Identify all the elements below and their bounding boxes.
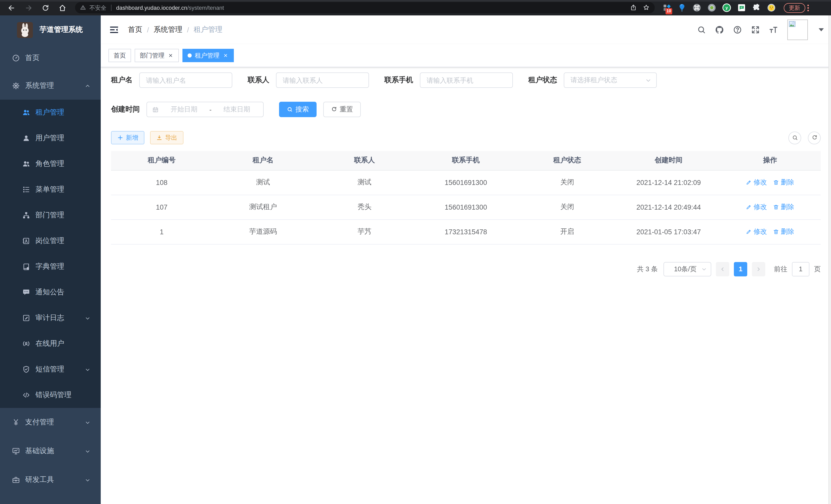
table-row: 107测试租户秃头15601691300关闭2021-12-14 20:49:4…: [111, 195, 821, 219]
cell-mobile: 15601691300: [415, 195, 517, 219]
page-scrollbar[interactable]: [828, 16, 831, 504]
sidebar-item-role[interactable]: 角色管理: [0, 151, 101, 177]
sidebar-item-label: 岗位管理: [35, 236, 64, 245]
add-button[interactable]: 新增: [111, 131, 144, 144]
github-icon[interactable]: [714, 25, 725, 35]
sidebar-item-tenant[interactable]: 租户管理: [0, 100, 101, 125]
browser-menu-icon[interactable]: [807, 4, 809, 11]
sidebar-item-sms[interactable]: 短信管理: [0, 357, 101, 382]
ext-dot-icon[interactable]: [707, 3, 717, 13]
ext-emoji-icon[interactable]: [766, 3, 776, 13]
delete-link[interactable]: 删除: [773, 178, 794, 187]
ext-balloon-icon[interactable]: [677, 3, 687, 13]
breadcrumb-item-2[interactable]: 系统管理: [154, 25, 182, 34]
goto-page-input[interactable]: [792, 262, 809, 276]
filter-create-time: 创建时间 开始日期 - 结束日期: [111, 102, 264, 117]
toolbox-icon: [11, 475, 20, 484]
ext-command-icon[interactable]: [692, 3, 702, 13]
date-separator: -: [209, 106, 212, 113]
search-icon: [287, 106, 293, 113]
cell-status: 关闭: [516, 195, 618, 219]
sidebar-collapse-icon[interactable]: [109, 24, 120, 35]
goto-label: 前往: [774, 264, 787, 274]
sidebar-item-menu[interactable]: 菜单管理: [0, 177, 101, 202]
tab-首页[interactable]: 首页: [109, 49, 131, 62]
mobile-input[interactable]: [420, 72, 513, 88]
sidebar-item-pay[interactable]: 支付管理: [0, 408, 101, 437]
sidebar-item-audit[interactable]: 审计日志: [0, 305, 101, 331]
breadcrumb-item-1[interactable]: 首页: [128, 25, 142, 34]
reset-button[interactable]: 重置: [323, 102, 361, 117]
ext-y-icon[interactable]: y: [721, 3, 732, 13]
browser-back-icon[interactable]: [6, 2, 17, 13]
sidebar-item-devtool[interactable]: 研发工具: [0, 466, 101, 494]
toggle-search-button[interactable]: [789, 131, 801, 144]
page-size-select[interactable]: 10条/页: [663, 262, 711, 276]
top-navbar: 首页/系统管理/租户管理: [101, 16, 831, 44]
fullscreen-icon[interactable]: [750, 25, 761, 35]
tab-租户管理[interactable]: 租户管理: [182, 49, 234, 62]
svg-text:y: y: [725, 5, 728, 10]
tags-view-bar: 首页部门管理租户管理: [101, 44, 831, 67]
font-size-icon[interactable]: [768, 25, 779, 35]
cell-contact: 测试: [314, 170, 415, 195]
omnibox-divider: [111, 5, 112, 11]
search-button[interactable]: 搜索: [279, 102, 317, 117]
ext-chat-icon[interactable]: [737, 3, 747, 13]
help-icon[interactable]: [732, 25, 743, 35]
ext-tiles-icon[interactable]: 10: [662, 3, 672, 13]
edit-link[interactable]: 修改: [746, 202, 767, 212]
sidebar-item-home[interactable]: 首页: [0, 44, 101, 72]
sidebar-item-label: 角色管理: [35, 159, 64, 169]
tenant-name-input[interactable]: [139, 72, 232, 88]
create-time-label: 创建时间: [111, 105, 140, 114]
cell-contact: 秃头: [314, 195, 415, 219]
sidebar-item-user[interactable]: 用户管理: [0, 125, 101, 151]
column-header: 租户编号: [111, 151, 212, 170]
browser-forward-icon[interactable]: [23, 2, 34, 13]
refresh-table-button[interactable]: [808, 131, 821, 144]
create-time-range-picker[interactable]: 开始日期 - 结束日期: [146, 102, 264, 117]
chrome-update-button[interactable]: 更新: [784, 3, 805, 12]
delete-link[interactable]: 删除: [773, 227, 794, 236]
sidebar-item-notice[interactable]: 通知公告: [0, 279, 101, 305]
bookmark-star-icon[interactable]: [643, 4, 650, 11]
edit-link[interactable]: 修改: [746, 178, 767, 187]
edit-link[interactable]: 修改: [746, 227, 767, 236]
avatar[interactable]: [787, 20, 808, 40]
sidebar-item-infra[interactable]: 基础设施: [0, 437, 101, 466]
cell-actions: 修改删除: [719, 219, 821, 244]
sidebar-item-dict[interactable]: 字典管理: [0, 254, 101, 279]
tab-部门管理[interactable]: 部门管理: [135, 49, 179, 62]
filter-status: 租户状态 请选择租户状态: [528, 72, 657, 88]
status-select[interactable]: 请选择租户状态: [564, 72, 657, 88]
chevron-down-icon: [701, 266, 707, 271]
export-button[interactable]: 导出: [150, 131, 183, 144]
cell-status: 开启: [516, 219, 618, 244]
browser-home-icon[interactable]: [57, 2, 68, 13]
sidebar-item-dept[interactable]: 部门管理: [0, 202, 101, 228]
avatar-dropdown-icon[interactable]: [819, 28, 824, 31]
contact-input[interactable]: [276, 72, 369, 88]
sidebar-item-post[interactable]: 岗位管理: [0, 228, 101, 254]
sidebar-item-system[interactable]: 系统管理: [0, 72, 101, 100]
sidebar-item-errcode[interactable]: 错误码管理: [0, 382, 101, 408]
tab-label: 部门管理: [140, 51, 165, 60]
prev-page-button[interactable]: [716, 262, 729, 276]
sidebar-item-label: 研发工具: [25, 475, 54, 484]
ext-puzzle-icon[interactable]: [751, 3, 762, 13]
mobile-label: 联系手机: [384, 76, 413, 85]
delete-link[interactable]: 删除: [773, 202, 794, 212]
address-bar[interactable]: 不安全 dashboard.yudao.iocoder.cn/system/te…: [75, 2, 655, 13]
browser-toolbar: 不安全 dashboard.yudao.iocoder.cn/system/te…: [0, 0, 831, 16]
close-icon[interactable]: [167, 52, 174, 59]
page-number-1[interactable]: 1: [734, 262, 747, 276]
browser-reload-icon[interactable]: [39, 2, 51, 13]
header-search-icon[interactable]: [696, 25, 707, 35]
share-icon[interactable]: [630, 4, 637, 11]
sidebar-item-label: 审计日志: [35, 314, 64, 323]
next-page-button[interactable]: [752, 262, 765, 276]
sidebar-item-online[interactable]: 在线用户: [0, 331, 101, 357]
app-logo-row[interactable]: 芋道管理系统: [0, 16, 101, 44]
close-icon[interactable]: [222, 52, 229, 59]
